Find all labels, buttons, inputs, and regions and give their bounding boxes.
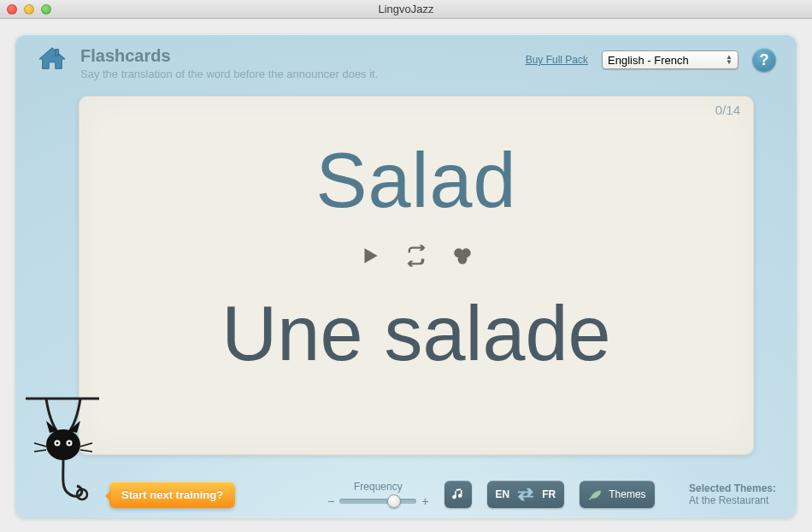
play-button[interactable] <box>358 244 382 268</box>
frequency-label: Frequency <box>327 481 428 493</box>
language-pair-value: English - French <box>608 54 689 67</box>
question-mark-icon: ? <box>760 51 769 69</box>
svg-point-8 <box>55 440 61 446</box>
music-note-icon <box>450 487 466 502</box>
progress-total: 14 <box>726 103 740 117</box>
home-icon <box>36 44 68 74</box>
start-next-training-button[interactable]: Start next training? <box>109 482 235 508</box>
repeat-icon <box>404 244 428 268</box>
target-word: Une salade <box>79 290 754 378</box>
main-panel: Flashcards Say the translation of the wo… <box>15 34 797 518</box>
svg-marker-6 <box>46 421 58 433</box>
themes-button-label: Themes <box>609 488 645 500</box>
home-button[interactable] <box>36 44 68 74</box>
frequency-minus[interactable]: − <box>327 494 334 508</box>
buy-full-pack-link[interactable]: Buy Full Pack <box>526 54 588 66</box>
swap-languages-button[interactable]: EN FR <box>487 481 565 508</box>
selected-themes-label: Selected Themes: <box>689 482 776 494</box>
selected-themes-display: Selected Themes: At the Restaurant <box>689 482 776 506</box>
music-button[interactable] <box>444 481 472 508</box>
svg-point-9 <box>67 440 73 446</box>
progress-current: 0 <box>715 103 722 117</box>
help-button[interactable]: ? <box>752 48 776 72</box>
frequency-slider[interactable] <box>339 499 416 504</box>
cluster-icon <box>451 245 474 267</box>
svg-rect-0 <box>56 50 59 56</box>
svg-point-10 <box>56 442 59 445</box>
selected-themes-value: At the Restaurant <box>689 494 776 506</box>
language-pair-select[interactable]: English - French ▲▼ <box>602 50 738 69</box>
swap-arrows-icon <box>516 487 535 502</box>
page-title: Flashcards <box>80 46 514 66</box>
svg-point-3 <box>458 255 468 264</box>
close-window-button[interactable] <box>7 4 17 15</box>
leaf-icon <box>588 488 603 501</box>
themes-button[interactable]: Themes <box>580 481 654 508</box>
frequency-slider-thumb[interactable] <box>387 494 401 508</box>
window-titlebar: LingvoJazz <box>0 0 812 19</box>
svg-point-11 <box>68 442 71 445</box>
zoom-window-button[interactable] <box>41 4 51 15</box>
svg-line-13 <box>34 450 46 452</box>
window-title: LingvoJazz <box>0 3 812 15</box>
minimize-window-button[interactable] <box>24 4 34 15</box>
cluster-button[interactable] <box>450 244 474 268</box>
swap-left-lang: EN <box>496 488 510 500</box>
frequency-plus[interactable]: + <box>421 494 428 508</box>
traffic-lights <box>0 4 51 15</box>
flashcard: 0/14 Salad <box>79 96 754 455</box>
svg-line-12 <box>34 443 46 446</box>
card-progress: 0/14 <box>715 103 740 117</box>
start-button-label: Start next training? <box>121 488 223 501</box>
page-subtitle: Say the translation of the word before t… <box>80 68 514 80</box>
source-word: Salad <box>79 96 754 225</box>
swap-right-lang: FR <box>542 488 556 500</box>
frequency-control: Frequency − + <box>327 481 428 508</box>
repeat-button[interactable] <box>404 244 428 268</box>
select-arrows-icon: ▲▼ <box>726 55 733 65</box>
svg-point-5 <box>46 429 80 460</box>
play-icon <box>359 245 381 267</box>
